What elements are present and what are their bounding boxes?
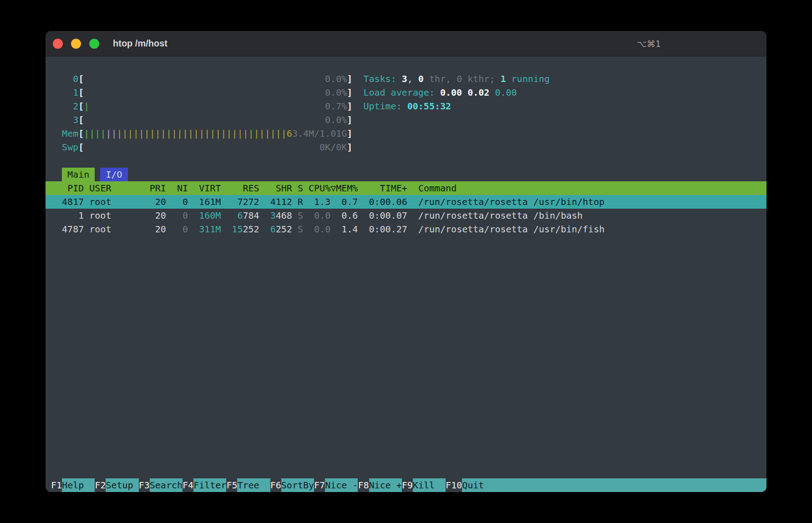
text-run: 311M bbox=[199, 224, 221, 235]
column-header-shr[interactable]: SHR bbox=[276, 183, 292, 194]
cpu-meter-3: 3[ 0.0%] bbox=[46, 113, 766, 127]
process-row-1[interactable]: 1 root 20 0 160M 6784 3468 S 0.0 0.6 0:0… bbox=[46, 209, 766, 222]
fkey-number: F10 bbox=[446, 478, 462, 492]
text-run bbox=[489, 87, 495, 98]
text-run: ] bbox=[347, 87, 352, 98]
memory-shared-bars: || bbox=[106, 128, 117, 139]
function-key-bar: F1Help F2Setup F3SearchF4FilterF5Tree F6… bbox=[46, 478, 766, 492]
cpu2-bar: | bbox=[84, 101, 89, 112]
title-bar: htop /m/host ⌥⌘1 bbox=[46, 31, 766, 56]
cpu2-id: 2 bbox=[73, 101, 78, 112]
text-run bbox=[358, 183, 380, 194]
text-run: 0.0 bbox=[314, 224, 330, 235]
text-run: ] bbox=[347, 101, 352, 112]
column-header-mem[interactable]: MEM% bbox=[336, 183, 358, 194]
column-header-ni[interactable]: NI bbox=[177, 183, 188, 194]
tab-io[interactable]: I/O bbox=[100, 168, 127, 181]
text-run: 1 root 20 bbox=[51, 210, 183, 221]
fkey-f7[interactable]: F7Nice - bbox=[314, 478, 358, 492]
text-run: 6 bbox=[270, 224, 276, 235]
text-run: 160M bbox=[199, 210, 221, 221]
text-run bbox=[303, 210, 314, 221]
swap-usage-text: 0K/0K bbox=[320, 142, 347, 153]
column-header-cpu[interactable]: CPU% bbox=[309, 183, 330, 194]
terminal-window: htop /m/host ⌥⌘1 0[ 0.0%] Tasks: 3, 0 th… bbox=[46, 31, 766, 492]
text-run: 468 bbox=[276, 210, 298, 221]
fkey-f2[interactable]: F2Setup bbox=[95, 478, 138, 492]
text-run bbox=[84, 87, 325, 98]
fkey-f1[interactable]: F1Help bbox=[51, 478, 95, 492]
column-header-virt[interactable]: VIRT bbox=[199, 183, 221, 194]
text-run bbox=[84, 142, 320, 153]
text-run bbox=[259, 183, 276, 194]
blank-line bbox=[46, 154, 766, 168]
column-header-command[interactable]: Command bbox=[418, 183, 457, 194]
text-run bbox=[407, 183, 418, 194]
text-run: 0 bbox=[183, 210, 188, 221]
cpu3-id: 3 bbox=[73, 114, 78, 125]
fkey-label: Nice - bbox=[325, 478, 358, 492]
text-run: 0.0 bbox=[314, 210, 330, 221]
fkey-number: F7 bbox=[314, 478, 325, 492]
text-run: [ bbox=[78, 128, 84, 139]
minimize-button[interactable] bbox=[71, 39, 81, 49]
table-header: PID USER PRI NI VIRT RES SHR S CPU%▽MEM%… bbox=[46, 181, 766, 195]
text-run bbox=[51, 114, 73, 125]
memory-usage-text: 3.4M/1.01G bbox=[292, 128, 347, 139]
fkey-f5[interactable]: F5Tree bbox=[226, 478, 270, 492]
load-average-label: Load average: bbox=[363, 87, 440, 98]
kernel-threads: , 0 kthr; bbox=[446, 73, 500, 84]
fkey-number: F3 bbox=[139, 478, 150, 492]
running-count: 1 bbox=[500, 73, 506, 84]
tab-main[interactable]: Main bbox=[62, 168, 95, 181]
text-run bbox=[352, 73, 363, 84]
fkey-f4[interactable]: F4Filter bbox=[183, 478, 226, 492]
fkey-f9[interactable]: F9Kill bbox=[402, 478, 446, 492]
fkey-label: Filter bbox=[193, 478, 226, 492]
fkey-f3[interactable]: F3Search bbox=[139, 478, 183, 492]
text-run bbox=[51, 142, 62, 153]
column-header-time[interactable]: TIME+ bbox=[380, 183, 407, 194]
zoom-button[interactable] bbox=[89, 39, 99, 49]
text-run bbox=[188, 183, 199, 194]
text-run: 3 bbox=[270, 210, 276, 221]
column-header-pid[interactable]: PID bbox=[67, 183, 84, 194]
text-run: ] bbox=[347, 114, 352, 125]
fkey-f8[interactable]: F8Nice + bbox=[358, 478, 401, 492]
text-run: 1.4 0:00.27 /run/rosetta/rosetta /usr/bi… bbox=[330, 224, 604, 235]
fkey-f6[interactable]: F6SortBy bbox=[270, 478, 314, 492]
fkey-bar-fill bbox=[495, 478, 766, 492]
text-run bbox=[188, 210, 199, 221]
fkey-label: Help bbox=[62, 478, 95, 492]
text-run: 4817 root 20 0 161M 7272 4112 R 1.3 0.7 … bbox=[51, 196, 604, 207]
cpu-meter-0: 0[ 0.0%] Tasks: 3, 0 thr, 0 kthr; 1 runn… bbox=[46, 72, 766, 86]
uptime-value: 00:55:32 bbox=[407, 101, 451, 112]
column-header-state[interactable]: S bbox=[298, 183, 303, 194]
text-run: thr bbox=[424, 73, 446, 84]
text-run bbox=[84, 73, 325, 84]
fkey-label: Setup bbox=[106, 478, 138, 492]
column-header-user[interactable]: USER bbox=[89, 183, 111, 194]
load-5min: 0.02 bbox=[467, 87, 489, 98]
memory-meter: Mem[||||||||||||||||||||||||||||||||||||… bbox=[46, 127, 766, 140]
terminal-content: 0[ 0.0%] Tasks: 3, 0 thr, 0 kthr; 1 runn… bbox=[46, 56, 766, 478]
text-run bbox=[221, 183, 243, 194]
cpu-meter-1: 1[ 0.0%] Load average: 0.00 0.02 0.00 bbox=[46, 86, 766, 99]
cpu1-id: 1 bbox=[73, 87, 78, 98]
fkey-number: F4 bbox=[183, 478, 193, 492]
text-run: 0.6 0:00.07 /run/rosetta/rosetta /bin/ba… bbox=[330, 210, 583, 221]
process-row-4817[interactable]: 4817 root 20 0 161M 7272 4112 R 1.3 0.7 … bbox=[46, 195, 766, 209]
text-run bbox=[111, 183, 149, 194]
cpu-meter-2: 2[| 0.7%] Uptime: 00:55:32 bbox=[46, 99, 766, 113]
cpu0-id: 0 bbox=[73, 73, 78, 84]
screen-tabs: MainI/O bbox=[46, 168, 766, 181]
fkey-f10[interactable]: F10Quit bbox=[446, 478, 495, 492]
threads-count: 0 bbox=[418, 73, 424, 84]
process-row-4787[interactable]: 4787 root 20 0 311M 15252 6252 S 0.0 1.4… bbox=[46, 222, 766, 236]
text-run: 0 bbox=[183, 224, 188, 235]
text-run: [ bbox=[78, 101, 84, 112]
column-header-res[interactable]: RES bbox=[243, 183, 259, 194]
column-header-pri[interactable]: PRI bbox=[150, 183, 166, 194]
fkey-label: Search bbox=[150, 478, 183, 492]
close-button[interactable] bbox=[53, 39, 63, 49]
